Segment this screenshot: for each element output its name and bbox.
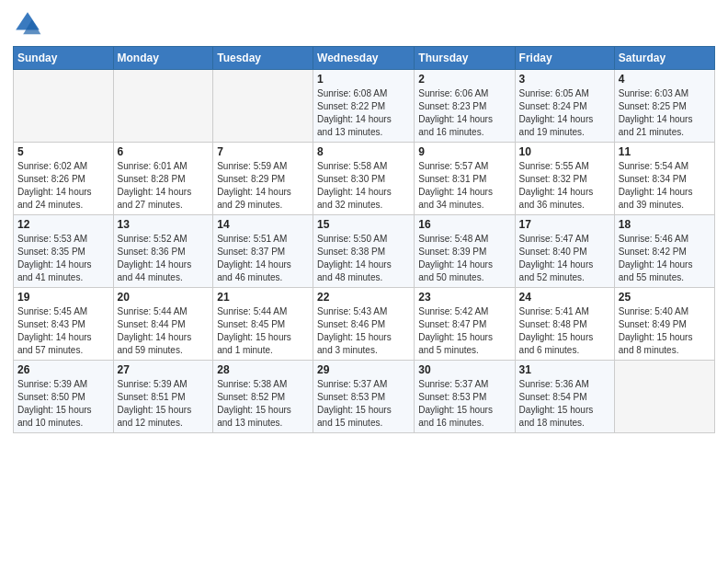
day-number: 19 (17, 291, 109, 304)
calendar-cell: 18Sunrise: 5:46 AM Sunset: 8:42 PM Dayli… (614, 215, 714, 288)
calendar-body: 1Sunrise: 6:08 AM Sunset: 8:22 PM Daylig… (14, 70, 715, 433)
day-number: 1 (317, 73, 410, 86)
day-number: 11 (619, 145, 711, 158)
day-info: Sunrise: 5:39 AM Sunset: 8:51 PM Dayligh… (118, 378, 210, 430)
calendar-cell: 28Sunrise: 5:38 AM Sunset: 8:52 PM Dayli… (213, 361, 313, 433)
day-number: 7 (217, 145, 309, 158)
day-info: Sunrise: 5:40 AM Sunset: 8:49 PM Dayligh… (619, 305, 711, 357)
calendar-cell: 31Sunrise: 5:36 AM Sunset: 8:54 PM Dayli… (515, 361, 614, 433)
day-number: 15 (317, 218, 410, 231)
calendar-cell: 1Sunrise: 6:08 AM Sunset: 8:22 PM Daylig… (313, 70, 415, 143)
day-number: 4 (619, 73, 711, 86)
day-info: Sunrise: 5:53 AM Sunset: 8:35 PM Dayligh… (17, 233, 109, 284)
day-info: Sunrise: 5:51 AM Sunset: 8:37 PM Dayligh… (217, 233, 309, 284)
day-number: 26 (17, 363, 109, 376)
day-info: Sunrise: 6:08 AM Sunset: 8:22 PM Dayligh… (317, 87, 410, 139)
day-info: Sunrise: 5:52 AM Sunset: 8:36 PM Dayligh… (118, 233, 210, 284)
calendar-cell: 6Sunrise: 6:01 AM Sunset: 8:28 PM Daylig… (113, 143, 213, 215)
day-number: 14 (217, 218, 309, 231)
calendar-cell: 25Sunrise: 5:40 AM Sunset: 8:49 PM Dayli… (614, 288, 714, 361)
day-number: 6 (118, 145, 210, 158)
calendar-cell (14, 70, 114, 143)
day-info: Sunrise: 6:02 AM Sunset: 8:26 PM Dayligh… (17, 160, 109, 212)
weekday-header: Thursday (415, 47, 515, 70)
calendar-cell: 17Sunrise: 5:47 AM Sunset: 8:40 PM Dayli… (515, 215, 614, 288)
day-info: Sunrise: 5:37 AM Sunset: 8:53 PM Dayligh… (317, 378, 410, 430)
day-info: Sunrise: 5:57 AM Sunset: 8:31 PM Dayligh… (418, 160, 510, 212)
header (13, 9, 715, 39)
calendar-cell: 15Sunrise: 5:50 AM Sunset: 8:38 PM Dayli… (313, 215, 415, 288)
calendar-cell: 23Sunrise: 5:42 AM Sunset: 8:47 PM Dayli… (415, 288, 515, 361)
calendar-cell: 7Sunrise: 5:59 AM Sunset: 8:29 PM Daylig… (213, 143, 313, 215)
day-info: Sunrise: 5:47 AM Sunset: 8:40 PM Dayligh… (519, 233, 610, 284)
calendar-cell: 16Sunrise: 5:48 AM Sunset: 8:39 PM Dayli… (415, 215, 515, 288)
calendar-cell: 24Sunrise: 5:41 AM Sunset: 8:48 PM Dayli… (515, 288, 614, 361)
calendar-cell: 14Sunrise: 5:51 AM Sunset: 8:37 PM Dayli… (213, 215, 313, 288)
day-info: Sunrise: 5:46 AM Sunset: 8:42 PM Dayligh… (619, 233, 711, 284)
day-number: 22 (317, 291, 410, 304)
day-info: Sunrise: 6:01 AM Sunset: 8:28 PM Dayligh… (118, 160, 210, 212)
calendar-cell: 11Sunrise: 5:54 AM Sunset: 8:34 PM Dayli… (614, 143, 714, 215)
calendar-cell: 12Sunrise: 5:53 AM Sunset: 8:35 PM Dayli… (14, 215, 114, 288)
weekday-header: Wednesday (313, 47, 415, 70)
calendar-cell: 21Sunrise: 5:44 AM Sunset: 8:45 PM Dayli… (213, 288, 313, 361)
calendar-table: SundayMondayTuesdayWednesdayThursdayFrid… (13, 46, 715, 433)
day-info: Sunrise: 5:55 AM Sunset: 8:32 PM Dayligh… (519, 160, 610, 212)
day-info: Sunrise: 5:42 AM Sunset: 8:47 PM Dayligh… (418, 305, 510, 357)
day-number: 24 (519, 291, 610, 304)
calendar-cell: 26Sunrise: 5:39 AM Sunset: 8:50 PM Dayli… (14, 361, 114, 433)
weekday-header: Monday (113, 47, 213, 70)
day-number: 9 (418, 145, 510, 158)
day-number: 12 (17, 218, 109, 231)
day-number: 17 (519, 218, 610, 231)
day-number: 27 (118, 363, 210, 376)
day-number: 8 (317, 145, 410, 158)
day-number: 29 (317, 363, 410, 376)
weekday-header: Sunday (14, 47, 114, 70)
weekday-row: SundayMondayTuesdayWednesdayThursdayFrid… (14, 47, 715, 70)
day-info: Sunrise: 5:37 AM Sunset: 8:53 PM Dayligh… (418, 378, 510, 430)
calendar-header: SundayMondayTuesdayWednesdayThursdayFrid… (14, 47, 715, 70)
day-info: Sunrise: 6:05 AM Sunset: 8:24 PM Dayligh… (519, 87, 610, 139)
day-info: Sunrise: 5:58 AM Sunset: 8:30 PM Dayligh… (317, 160, 410, 212)
weekday-header: Friday (515, 47, 614, 70)
day-info: Sunrise: 6:03 AM Sunset: 8:25 PM Dayligh… (619, 87, 711, 139)
calendar-cell: 22Sunrise: 5:43 AM Sunset: 8:46 PM Dayli… (313, 288, 415, 361)
calendar-cell: 4Sunrise: 6:03 AM Sunset: 8:25 PM Daylig… (614, 70, 714, 143)
day-info: Sunrise: 5:54 AM Sunset: 8:34 PM Dayligh… (619, 160, 711, 212)
day-number: 25 (619, 291, 711, 304)
day-info: Sunrise: 6:06 AM Sunset: 8:23 PM Dayligh… (418, 87, 510, 139)
calendar-cell: 9Sunrise: 5:57 AM Sunset: 8:31 PM Daylig… (415, 143, 515, 215)
calendar-cell: 13Sunrise: 5:52 AM Sunset: 8:36 PM Dayli… (113, 215, 213, 288)
day-number: 30 (418, 363, 510, 376)
day-number: 28 (217, 363, 309, 376)
day-info: Sunrise: 5:38 AM Sunset: 8:52 PM Dayligh… (217, 378, 309, 430)
calendar-cell: 2Sunrise: 6:06 AM Sunset: 8:23 PM Daylig… (415, 70, 515, 143)
day-info: Sunrise: 5:45 AM Sunset: 8:43 PM Dayligh… (17, 305, 109, 357)
day-number: 23 (418, 291, 510, 304)
calendar-cell (213, 70, 313, 143)
calendar-cell: 20Sunrise: 5:44 AM Sunset: 8:44 PM Dayli… (113, 288, 213, 361)
calendar-cell: 3Sunrise: 6:05 AM Sunset: 8:24 PM Daylig… (515, 70, 614, 143)
calendar-cell (113, 70, 213, 143)
day-number: 16 (418, 218, 510, 231)
weekday-header: Saturday (614, 47, 714, 70)
day-number: 3 (519, 73, 610, 86)
calendar-cell: 19Sunrise: 5:45 AM Sunset: 8:43 PM Dayli… (14, 288, 114, 361)
day-info: Sunrise: 5:39 AM Sunset: 8:50 PM Dayligh… (17, 378, 109, 430)
day-number: 18 (619, 218, 711, 231)
page: SundayMondayTuesdayWednesdayThursdayFrid… (0, 0, 728, 563)
calendar-cell: 10Sunrise: 5:55 AM Sunset: 8:32 PM Dayli… (515, 143, 614, 215)
day-info: Sunrise: 5:41 AM Sunset: 8:48 PM Dayligh… (519, 305, 610, 357)
day-info: Sunrise: 5:48 AM Sunset: 8:39 PM Dayligh… (418, 233, 510, 284)
day-number: 31 (519, 363, 610, 376)
day-number: 10 (519, 145, 610, 158)
calendar-cell: 8Sunrise: 5:58 AM Sunset: 8:30 PM Daylig… (313, 143, 415, 215)
day-number: 2 (418, 73, 510, 86)
calendar-cell: 27Sunrise: 5:39 AM Sunset: 8:51 PM Dayli… (113, 361, 213, 433)
weekday-header: Tuesday (213, 47, 313, 70)
day-info: Sunrise: 5:44 AM Sunset: 8:44 PM Dayligh… (118, 305, 210, 357)
day-number: 21 (217, 291, 309, 304)
day-info: Sunrise: 5:43 AM Sunset: 8:46 PM Dayligh… (317, 305, 410, 357)
calendar-week-row: 5Sunrise: 6:02 AM Sunset: 8:26 PM Daylig… (14, 143, 715, 215)
